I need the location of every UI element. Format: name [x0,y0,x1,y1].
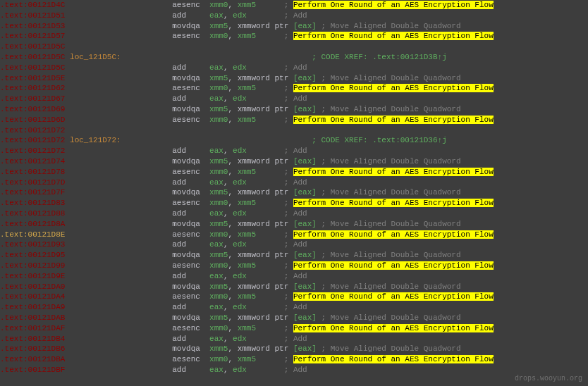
mnemonic: aesenc [172,199,200,207]
operand-text: xmmword ptr [238,282,293,291]
register: edx [233,272,247,280]
mnemonic: add [172,178,186,187]
disasm-line[interactable]: .text:00121D93 add eax, edx ; Add [0,239,588,250]
operand-text: xmmword ptr [238,105,293,113]
disasm-line[interactable]: .text:00121D67 add eax, edx ; Add [0,94,588,104]
disasm-line[interactable]: .text:00121D83 aesenc xmm0, xmm5 ; Perfo… [0,198,588,208]
register: eax [209,94,223,103]
disasm-line[interactable]: .text:00121DB6 movdqa xmm5, xmmword ptr … [0,344,588,354]
address: .text:00121D72 [0,126,65,135]
mnemonic: add [172,147,186,155]
loc-label[interactable]: loc_121D5C: [70,53,121,61]
register: eax [298,188,312,197]
register: eax [298,282,312,291]
disasm-line[interactable]: .text:00121D5E movdqa xmm5, xmmword ptr … [0,73,588,84]
register: xmm0 [209,1,228,9]
register: xmm0 [209,32,228,40]
disasm-line[interactable]: .text:00121D95 movdqa xmm5, xmmword ptr … [0,250,588,261]
mnemonic: aesenc [172,1,200,9]
register: eax [209,272,223,280]
address: .text:00121DB4 [0,335,65,343]
bracket: ] [312,188,317,197]
disasm-line[interactable]: .text:00121D51 add eax, edx ; Add [0,11,588,21]
operand-text: , [223,63,233,72]
code-xref[interactable]: ; CODE XREF: .text:00121D36↑j [312,136,446,144]
bracket: [ [293,22,298,30]
disasm-line[interactable]: .text:00121D72 add eax, edx ; Add [0,146,588,156]
register: xmm5 [238,261,256,270]
operand-text: xmmword ptr [238,22,293,30]
disasm-line[interactable]: .text:00121D8E aesenc xmm0, xmm5 ; Perfo… [0,230,588,240]
comment: Move Aligned Double Quadword [331,157,461,166]
register: xmm5 [238,84,256,92]
address: .text:00121DB6 [0,344,65,353]
mnemonic: aesenc [172,32,200,40]
register: xmm5 [238,292,256,301]
disasm-line[interactable]: .text:00121D72 [0,125,588,136]
aes-comment-highlight: Perform One Round of an AES Encryption F… [293,230,494,239]
mnemonic: movdqa [172,188,200,197]
comment: Move Aligned Double Quadword [331,282,461,291]
disasm-line[interactable]: .text:00121D53 movdqa xmm5, xmmword ptr … [0,21,588,32]
disasm-line[interactable]: .text:00121D4C aesenc xmm0, xmm5 ; Perfo… [0,0,588,11]
address: .text:00121D93 [0,240,65,249]
bracket: [ [293,74,298,82]
comment-sep: ; [317,22,331,30]
operand-text: , [228,1,237,9]
register: xmm5 [238,32,256,40]
disasm-line[interactable]: .text:00121DAB movdqa xmm5, xmmword ptr … [0,313,588,323]
register: eax [298,74,312,82]
disasm-line[interactable]: .text:00121D99 aesenc xmm0, xmm5 ; Perfo… [0,261,588,271]
disasm-line[interactable]: .text:00121D7F movdqa xmm5, xmmword ptr … [0,187,588,198]
comment: Add [293,366,307,374]
disasm-line[interactable]: .text:00121DA4 aesenc xmm0, xmm5 ; Perfo… [0,292,588,302]
address: .text:00121D6D [0,116,65,124]
aes-comment-highlight: Perform One Round of an AES Encryption F… [293,116,494,124]
register: edx [233,178,247,187]
disasm-line[interactable]: .text:00121D57 aesenc xmm0, xmm5 ; Perfo… [0,31,588,42]
comment: Move Aligned Double Quadword [331,220,461,228]
operand-text: , [228,84,237,92]
disasm-line[interactable]: .text:00121D74 movdqa xmm5, xmmword ptr … [0,156,588,167]
disasm-line[interactable]: .text:00121D5C [0,42,588,52]
disasm-line[interactable]: .text:00121D69 movdqa xmm5, xmmword ptr … [0,104,588,115]
address: .text:00121D8E [0,230,65,239]
code-xref[interactable]: ; CODE XREF: .text:00121D3B↑j [312,53,446,61]
disasm-line[interactable]: .text:00121D5C loc_121D5C: ; CODE XREF: … [0,52,588,63]
loc-label[interactable]: loc_121D72: [70,136,121,144]
disasm-line[interactable]: .text:00121D5C add eax, edx ; Add [0,63,588,73]
disasm-line[interactable]: .text:00121D6D aesenc xmm0, xmm5 ; Perfo… [0,115,588,125]
disasm-line[interactable]: .text:00121DBF add eax, edx ; Add [0,365,588,375]
disasm-line[interactable]: .text:00121DA0 movdqa xmm5, xmmword ptr … [0,282,588,292]
address: .text:00121D78 [0,168,65,176]
register: xmm5 [238,230,256,239]
disasm-line[interactable]: .text:00121DB4 add eax, edx ; Add [0,334,588,344]
operand-text: , [223,147,233,155]
address: .text:00121D7F [0,188,65,197]
comment-sep: ; [317,251,331,259]
disasm-line[interactable]: .text:00121D7D add eax, edx ; Add [0,178,588,188]
mnemonic: movdqa [172,220,200,228]
register: xmm0 [209,199,228,207]
disasm-line[interactable]: .text:00121D8A movdqa xmm5, xmmword ptr … [0,219,588,230]
disasm-line[interactable]: .text:00121D88 add eax, edx ; Add [0,208,588,219]
disasm-line[interactable]: .text:00121D9E add eax, edx ; Add [0,271,588,282]
disasm-line[interactable]: .text:00121DA9 add eax, edx ; Add [0,302,588,313]
register: eax [209,366,223,374]
disasm-line[interactable]: .text:00121DBA aesenc xmm0, xmm5 ; Perfo… [0,354,588,365]
disasm-line[interactable]: .text:00121D72 loc_121D72: ; CODE XREF: … [0,135,588,146]
comment: Move Aligned Double Quadword [331,313,461,322]
aes-comment-highlight: Perform One Round of an AES Encryption F… [293,168,494,176]
disasm-line[interactable]: .text:00121D62 aesenc xmm0, xmm5 ; Perfo… [0,83,588,94]
bracket: ] [312,157,317,166]
comment: Move Aligned Double Quadword [331,74,461,82]
register: xmm5 [209,105,228,113]
disasm-line[interactable]: .text:00121D78 aesenc xmm0, xmm5 ; Perfo… [0,167,588,178]
mnemonic: aesenc [172,168,200,176]
aes-comment-highlight: Perform One Round of an AES Encryption F… [293,324,494,332]
register: edx [233,63,247,72]
disassembly-view[interactable]: .text:00121D4C aesenc xmm0, xmm5 ; Perfo… [0,0,588,375]
comment-sep: ; [247,209,293,218]
disasm-line[interactable]: .text:00121DAF aesenc xmm0, xmm5 ; Perfo… [0,323,588,334]
register: xmm5 [238,199,256,207]
